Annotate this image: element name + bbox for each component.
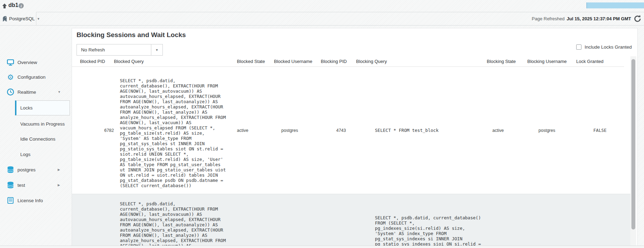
- blocking-username-value: postgres: [527, 128, 576, 133]
- page-refreshed-timestamp: Jul 15, 2025 12:37:04 PM GMT: [567, 16, 631, 21]
- sidebar-item-overview[interactable]: Overview: [0, 55, 72, 69]
- database-type-selector[interactable]: PostgreSQL: [0, 12, 36, 25]
- blocked-username-value: postgres: [274, 128, 321, 133]
- content-panel: Blocking Sessions and Wait Locks No Refr…: [72, 28, 638, 248]
- include-locks-label: Include Locks Granted: [585, 44, 632, 50]
- sidebar: Overview ⚙ Configuration Realtime Locks …: [0, 26, 72, 248]
- column-header-blocked-pid[interactable]: Blocked PID: [80, 59, 114, 64]
- instance-name: db1: [8, 2, 18, 8]
- sidebar-item-label: postgres: [17, 167, 36, 172]
- column-header-blocking-state[interactable]: Blocking State: [487, 59, 527, 64]
- column-header-blocked-state[interactable]: Blocked State: [237, 59, 274, 64]
- monitor-icon: [7, 58, 14, 66]
- selection-highlight: [586, 2, 644, 8]
- up-arrow-icon[interactable]: [2, 3, 7, 9]
- column-header-blocked-query[interactable]: Blocked Query: [114, 59, 237, 64]
- page-refreshed-label: Page Refreshed: [532, 16, 565, 21]
- column-header-blocked-username[interactable]: Blocked Username: [274, 59, 321, 64]
- lock-granted-value: FALSE: [576, 128, 630, 133]
- column-header-blocking-username[interactable]: Blocking Username: [527, 59, 576, 64]
- window-bottom-edge: [0, 246, 644, 248]
- include-locks-checkbox[interactable]: [576, 44, 581, 50]
- sidebar-item-idle-connections[interactable]: Idle Connections: [0, 132, 72, 146]
- postgresql-icon: [1, 15, 8, 22]
- sidebar-item-locks[interactable]: Locks: [15, 100, 70, 115]
- sidebar-item-label: Realtime: [17, 90, 36, 95]
- database-type-label: PostgreSQL: [9, 16, 35, 21]
- refresh-interval-value: No Refresh: [81, 47, 151, 52]
- blocking-query-value: SELECT *, psdb.datid, current_database()…: [356, 194, 487, 248]
- column-header-blocking-pid[interactable]: Blocking PID: [321, 59, 356, 64]
- refresh-icon[interactable]: [633, 14, 642, 23]
- chevron-right-icon[interactable]: [58, 168, 60, 171]
- sidebar-item-label: License Info: [17, 198, 43, 203]
- sidebar-item-label: Overview: [17, 60, 37, 65]
- blocked-pid-value: 6782: [80, 128, 114, 133]
- blocked-state-value: active: [237, 128, 274, 133]
- gear-icon: ⚙: [7, 73, 14, 81]
- license-doc-icon: [7, 197, 14, 204]
- table-row[interactable]: SELECT *, psdb.datid, current_database()…: [72, 194, 630, 248]
- chevron-down-icon: [37, 17, 40, 21]
- sidebar-item-realtime[interactable]: Realtime: [0, 85, 72, 99]
- blocked-query-value: SELECT *, psdb.datid, current_database()…: [114, 75, 237, 185]
- database-icon: [7, 181, 14, 189]
- page-refresh-area: Page Refreshed Jul 15, 2025 12:37:04 PM …: [532, 12, 642, 25]
- chevron-down-icon[interactable]: [151, 44, 162, 55]
- connbar-bottom-border: [0, 25, 644, 26]
- sidebar-item-label: Idle Connections: [20, 136, 56, 142]
- sidebar-item-label: Locks: [20, 105, 32, 111]
- sidebar-item-postgres[interactable]: postgres: [0, 163, 72, 177]
- table-header-row: Blocked PID Blocked Query Blocked State …: [72, 56, 624, 67]
- database-icon: [7, 166, 14, 173]
- info-icon[interactable]: [19, 3, 24, 8]
- app-window: db1 PostgreSQL Page Refreshed Jul 15, 20…: [0, 0, 644, 248]
- sidebar-item-logs[interactable]: Logs: [0, 147, 72, 161]
- sidebar-item-license-info[interactable]: License Info: [0, 193, 72, 207]
- chevron-down-icon[interactable]: [58, 90, 61, 94]
- sidebar-item-label: Vacuums in Progress: [20, 121, 65, 127]
- sidebar-item-vacuums-in-progress[interactable]: Vacuums in Progress: [0, 117, 72, 131]
- sidebar-item-configuration[interactable]: ⚙ Configuration: [0, 70, 72, 84]
- table-row[interactable]: 6782 SELECT *, psdb.datid, current_datab…: [72, 67, 630, 194]
- page-title: Blocking Sessions and Wait Locks: [77, 31, 186, 39]
- blocked-query-value: SELECT *, psdb.datid, current_database()…: [114, 194, 237, 248]
- blocking-query-value: SELECT * FROM test_block: [356, 128, 487, 133]
- clock-icon: [7, 88, 14, 96]
- chevron-right-icon[interactable]: [58, 183, 60, 187]
- table-scrollbar-thumb[interactable]: [631, 59, 635, 229]
- column-header-blocking-query[interactable]: Blocking Query: [356, 59, 487, 64]
- blocking-state-value: active: [487, 128, 527, 133]
- refresh-interval-select[interactable]: No Refresh: [77, 44, 163, 56]
- connbar-separator: [36, 12, 36, 25]
- sidebar-item-test[interactable]: test: [0, 178, 72, 192]
- include-locks-control: Include Locks Granted: [576, 44, 632, 50]
- sidebar-item-label: Logs: [20, 152, 30, 157]
- sidebar-item-label: test: [17, 183, 25, 188]
- blocking-pid-value: 4743: [321, 128, 356, 133]
- sidebar-item-label: Configuration: [17, 75, 45, 80]
- column-header-lock-granted[interactable]: Lock Granted: [576, 59, 630, 64]
